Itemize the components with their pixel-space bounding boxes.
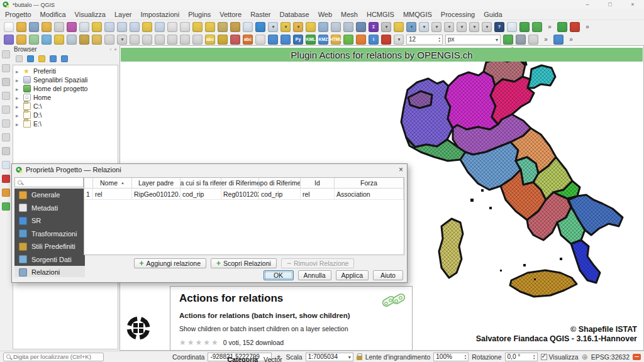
add-selected-layer-button[interactable] bbox=[16, 55, 23, 62]
pin-red-button[interactable] bbox=[2, 175, 10, 183]
node-strip-1-button[interactable] bbox=[2, 92, 10, 100]
menu-item[interactable]: Database bbox=[280, 11, 309, 18]
project-new-button[interactable] bbox=[4, 22, 14, 32]
cancel-button[interactable]: Annulla bbox=[298, 270, 331, 280]
paste-features-button[interactable] bbox=[167, 35, 177, 45]
messages-icon[interactable] bbox=[633, 354, 641, 360]
style-copy-button[interactable] bbox=[4, 35, 14, 45]
diagram-tool-button[interactable] bbox=[2, 78, 10, 86]
zoom-to-selection-button[interactable] bbox=[142, 22, 152, 32]
pan-map-button[interactable] bbox=[79, 22, 89, 32]
project-open-button[interactable] bbox=[16, 22, 26, 32]
polygon-tool-button[interactable] bbox=[557, 22, 567, 32]
expander-icon[interactable] bbox=[16, 76, 21, 84]
node-tool-5-button[interactable] bbox=[482, 22, 492, 32]
labels-button[interactable]: abc bbox=[205, 35, 215, 45]
toolbar-overflow-1[interactable]: » bbox=[545, 22, 555, 32]
copy-pages-button[interactable] bbox=[2, 161, 10, 169]
grid-tool-button[interactable] bbox=[2, 50, 10, 58]
refresh-map-button[interactable] bbox=[255, 22, 265, 32]
pin-labels-button[interactable] bbox=[218, 35, 228, 45]
zoom-search-button[interactable] bbox=[406, 22, 416, 32]
maximize-button[interactable]: □ bbox=[599, 0, 621, 9]
expander-icon[interactable] bbox=[16, 111, 21, 119]
close-panel-icon[interactable] bbox=[114, 47, 117, 53]
new-map-view-button[interactable] bbox=[268, 22, 278, 32]
column-header[interactable]: o a cui si fa riferin bbox=[180, 178, 221, 188]
ok-button[interactable]: OK bbox=[264, 270, 294, 280]
collapse-all-button[interactable] bbox=[50, 55, 57, 62]
node-tool-3-button[interactable] bbox=[457, 22, 467, 32]
menu-item[interactable]: Raster bbox=[250, 11, 270, 18]
discover-relations-button[interactable]: +Scopri Relazioni bbox=[211, 258, 277, 268]
node-tool-1-button[interactable] bbox=[431, 22, 441, 32]
pan-to-selection-button[interactable] bbox=[92, 22, 102, 32]
sidebar-item-generale[interactable]: Generale bbox=[14, 189, 85, 202]
style-manager-button[interactable] bbox=[67, 22, 77, 32]
processing-search-button[interactable] bbox=[532, 22, 542, 32]
curve-tool-button[interactable] bbox=[2, 64, 10, 72]
label-red-button[interactable] bbox=[230, 35, 240, 45]
delete-selected-button[interactable] bbox=[130, 35, 140, 45]
profile-chart-button[interactable] bbox=[507, 22, 517, 32]
sidebar-item-metadati[interactable]: Metadati bbox=[14, 202, 85, 215]
html-kmz-button[interactable]: HTML bbox=[331, 35, 341, 45]
attribute-table-button[interactable] bbox=[218, 22, 228, 32]
diagram-1-button[interactable] bbox=[255, 35, 265, 45]
toolbar-overflow-2[interactable]: » bbox=[582, 22, 592, 32]
node-strip-2-button[interactable] bbox=[2, 106, 10, 114]
info-tool-button[interactable]: i bbox=[369, 35, 379, 45]
share-button[interactable] bbox=[519, 22, 530, 32]
properties-widget-button[interactable] bbox=[61, 55, 68, 62]
menu-item[interactable]: Modifica bbox=[40, 11, 66, 18]
osm-button[interactable] bbox=[356, 35, 366, 45]
filter-browser-button[interactable] bbox=[38, 55, 45, 62]
redo-button[interactable] bbox=[192, 35, 203, 45]
zoom-next-button[interactable] bbox=[180, 22, 190, 32]
rotation-spinbox[interactable]: 0,0 ° ▴▾ bbox=[505, 353, 538, 361]
toolbar-overflow-4[interactable]: » bbox=[566, 35, 576, 45]
label-orange-button[interactable]: abc bbox=[243, 35, 253, 45]
menu-item[interactable]: Visualizza bbox=[75, 11, 106, 18]
zoom-out-button[interactable] bbox=[117, 22, 127, 32]
expander-icon[interactable] bbox=[16, 67, 21, 75]
copy-features-button[interactable] bbox=[155, 35, 165, 45]
apply-button[interactable]: Applica bbox=[336, 270, 369, 280]
python-console-button[interactable]: Py bbox=[293, 35, 303, 45]
close-x-button[interactable] bbox=[528, 35, 538, 45]
save-as-button[interactable] bbox=[42, 22, 52, 32]
arrow-tool-button[interactable] bbox=[2, 147, 10, 155]
browser-tree-item[interactable]: D:\ bbox=[13, 111, 118, 119]
column-header[interactable]: Forza bbox=[335, 178, 404, 188]
undo-button[interactable] bbox=[180, 35, 190, 45]
turbine-button[interactable] bbox=[503, 35, 513, 45]
menu-item[interactable]: Mesh bbox=[341, 11, 358, 18]
sidebar-item-trasformazioni[interactable]: Trasformazioni bbox=[14, 228, 85, 241]
zoom-to-layer-button[interactable] bbox=[155, 22, 165, 32]
menu-item[interactable]: Web bbox=[318, 11, 332, 18]
spinner-arrows-icon[interactable]: ▴▾ bbox=[438, 36, 440, 43]
red-tool-button[interactable] bbox=[570, 22, 580, 32]
checker-button[interactable] bbox=[67, 35, 77, 45]
crs-value[interactable]: EPSG:32632 bbox=[591, 353, 630, 361]
temporal-controller-button[interactable] bbox=[243, 22, 253, 32]
add-relation-button[interactable]: +Aggiungi relazione bbox=[134, 258, 206, 268]
undock-panel-icon[interactable] bbox=[109, 47, 111, 53]
print-layout-button[interactable] bbox=[54, 22, 64, 32]
sidebar-item-stili[interactable]: Stili Predefiniti bbox=[14, 240, 85, 253]
menu-item[interactable]: Progetto bbox=[5, 11, 31, 18]
column-header[interactable]: mpo di Riferimen bbox=[259, 178, 301, 188]
map-tips-button[interactable] bbox=[394, 22, 404, 32]
sidebar-item-sr[interactable]: SR bbox=[14, 214, 85, 228]
kml-button[interactable]: KML bbox=[306, 35, 316, 45]
close-button[interactable]: × bbox=[621, 0, 644, 9]
minimize-button[interactable]: – bbox=[576, 0, 599, 9]
gem-green-button[interactable] bbox=[2, 202, 10, 211]
zoom-last-button[interactable] bbox=[167, 22, 177, 32]
column-header[interactable]: Layer padre bbox=[132, 178, 180, 188]
help-button[interactable]: Aiuto bbox=[373, 270, 403, 280]
column-header[interactable]: Nome bbox=[93, 178, 132, 188]
filter-legend-button[interactable] bbox=[293, 22, 303, 32]
magnet-button[interactable] bbox=[381, 35, 391, 45]
help-button[interactable]: ? bbox=[494, 22, 504, 32]
